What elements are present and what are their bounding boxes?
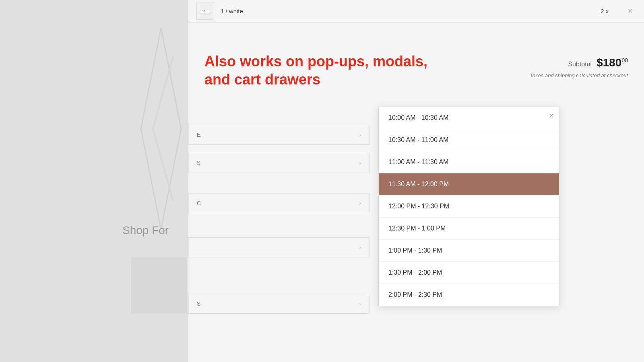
product-image-thumb [196, 2, 214, 20]
cart-row-3: C › [188, 193, 369, 213]
promo-title-line2: and cart drawers [204, 71, 320, 88]
time-slot-8[interactable]: 2:00 PM - 2:30 PM [379, 284, 559, 306]
subtotal-label: Subtotal [568, 61, 592, 68]
cart-row-3-text: C [197, 200, 201, 206]
top-bar-divider [188, 22, 644, 23]
time-slot-7[interactable]: 1:30 PM - 2:00 PM [379, 262, 559, 284]
time-slot-1[interactable]: 10:30 AM - 11:00 AM [379, 129, 559, 151]
time-slot-5[interactable]: 12:30 PM - 1:00 PM [379, 218, 559, 240]
chevron-right-icon-1: › [359, 132, 361, 138]
cart-row-5: S › [188, 294, 369, 314]
cart-row-1-text: E [197, 132, 200, 138]
product-quantity-text: 2 x [601, 8, 609, 14]
cart-row-2: S › [188, 153, 369, 173]
promo-title-line1: Also works on pop-ups, modals, [204, 53, 427, 70]
shop-for-label: Shop For [122, 224, 169, 237]
chevron-right-icon-5: › [359, 300, 361, 307]
time-slots-container: 10:00 AM - 10:30 AM10:30 AM - 11:00 AM11… [379, 107, 559, 306]
cart-row-4: › [188, 237, 369, 257]
decorative-arrow-icon [137, 24, 185, 233]
time-slot-4[interactable]: 12:00 PM - 12:30 PM [379, 195, 559, 218]
time-slot-0[interactable]: 10:00 AM - 10:30 AM [379, 107, 559, 129]
sneaker-icon [198, 6, 213, 16]
cart-row-1: E › [188, 125, 369, 145]
product-variant-text: 1 / white [221, 8, 601, 14]
time-slot-6[interactable]: 1:00 PM - 1:30 PM [379, 240, 559, 262]
time-slot-3[interactable]: 11:30 AM - 12:00 PM [379, 173, 559, 195]
time-picker-dropdown: × 10:00 AM - 10:30 AM10:30 AM - 11:00 AM… [378, 107, 559, 306]
tax-note: Taxes and shipping calculated at checkou… [459, 72, 628, 78]
time-slot-2[interactable]: 11:00 AM - 11:30 AM [379, 151, 559, 173]
time-picker-close-button[interactable]: × [549, 112, 553, 120]
subtotal-row: Subtotal $18000 [459, 56, 628, 69]
product-thumbnail-small [131, 257, 187, 314]
chevron-right-icon-3: › [359, 200, 361, 206]
subtotal-section: Subtotal $18000 Taxes and shipping calcu… [443, 44, 644, 90]
cart-top-bar: 1 / white 2 x × [188, 0, 644, 22]
cart-row-2-text: S [197, 160, 200, 166]
chevron-right-icon-2: › [359, 160, 361, 166]
subtotal-price: $18000 [597, 56, 628, 69]
close-cart-button[interactable]: × [625, 5, 636, 17]
chevron-right-icon-4: › [359, 244, 361, 251]
cart-row-5-text: S [197, 300, 200, 307]
